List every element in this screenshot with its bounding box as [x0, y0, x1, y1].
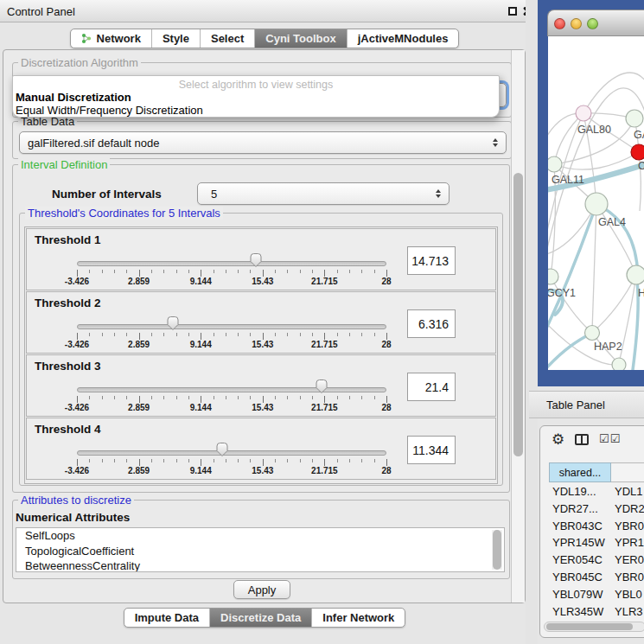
threshold-slider[interactable]: -3.4262.8599.14415.4321.71528	[77, 229, 386, 291]
node-gal80[interactable]	[576, 105, 591, 121]
slider-tick	[386, 333, 387, 340]
slider-tick	[324, 396, 325, 403]
slider-scale-label: 15.43	[252, 340, 273, 349]
threshold-slider[interactable]: -3.4262.8599.14415.4321.71528	[77, 355, 386, 418]
slider-tick	[188, 333, 189, 336]
split-columns-icon[interactable]	[575, 434, 589, 445]
node-gcy1[interactable]	[548, 269, 558, 284]
slider-thumb[interactable]	[249, 252, 262, 271]
number-of-intervals-combobox[interactable]: 5	[197, 182, 450, 205]
column-header-name[interactable]: na	[611, 462, 644, 482]
dropdown-item-manual-discretization[interactable]: Manual Discretization	[16, 91, 131, 104]
table-row[interactable]: YDR27...YDR2	[540, 501, 644, 518]
tab-jactivemnodules[interactable]: jActiveMNodules	[347, 29, 459, 48]
slider-track[interactable]	[77, 261, 386, 266]
node-gal11[interactable]	[548, 156, 562, 172]
table-header-row: shared... na	[540, 462, 644, 482]
tab-infer-network[interactable]: Infer Network	[311, 609, 405, 627]
tab-style[interactable]: Style	[151, 29, 200, 48]
tab-label: Cyni Toolbox	[265, 29, 335, 48]
table-row[interactable]: YPR145WYPR1	[540, 534, 644, 552]
threshold-value-field[interactable]: 21.4	[407, 373, 456, 401]
node-label: H	[638, 287, 644, 299]
threshold-value-field[interactable]: 11.344	[407, 436, 456, 464]
table-row[interactable]: YBL079WYBL0	[540, 586, 644, 603]
slider-tick	[102, 396, 103, 399]
slider-tick	[126, 396, 127, 399]
slider-scale-label: 2.859	[128, 277, 150, 286]
column-header-shared[interactable]: shared...	[549, 462, 611, 482]
minimize-traffic-light[interactable]	[571, 18, 582, 29]
slider-tick	[263, 396, 264, 403]
list-item[interactable]: SelfLoops	[16, 528, 504, 544]
table-row[interactable]: YBR045CYBR0	[540, 569, 644, 586]
slider-tick	[126, 333, 127, 336]
network-canvas[interactable]: GAL80 GA C GAL11 GAL4 GCY1 H HAP2	[548, 36, 644, 370]
slider-scale-label: 21.715	[311, 403, 338, 412]
node-partial[interactable]	[612, 358, 626, 370]
slider-scale-label: 21.715	[311, 277, 338, 286]
slider-tick	[287, 396, 288, 399]
checkbox-icons[interactable]: ☑☑	[599, 432, 621, 445]
tab-cyni-toolbox[interactable]: Cyni Toolbox	[254, 29, 346, 48]
slider-tick	[188, 459, 189, 462]
cell-shared-name: YER054C	[552, 553, 611, 566]
network-window-titlebar[interactable]	[547, 10, 644, 36]
slider-tick	[300, 333, 301, 336]
table-row[interactable]: YER054CYER0	[540, 552, 644, 569]
node-red[interactable]	[631, 144, 644, 160]
node-hap2[interactable]	[585, 326, 600, 341]
slider-tick	[126, 270, 127, 273]
slider-tick	[201, 396, 201, 403]
slider-scale-label: -3.426	[65, 340, 89, 349]
slider-tick	[263, 333, 264, 340]
tab-impute-data[interactable]: Impute Data	[124, 609, 209, 627]
zoom-traffic-light[interactable]	[587, 18, 598, 29]
slider-tick	[163, 459, 164, 462]
threshold-slider[interactable]: -3.4262.8599.14415.4321.71528	[77, 418, 386, 481]
slider-scale-label: 21.715	[311, 466, 338, 475]
table-row[interactable]: YDL19...YDL1	[540, 483, 644, 501]
dropdown-item-equal-width[interactable]: Equal Width/Frequency Discretization	[16, 104, 203, 117]
list-scrollbar[interactable]	[492, 530, 502, 570]
apply-button[interactable]: Apply	[233, 580, 290, 599]
slider-scale-label: 9.144	[190, 277, 212, 286]
table-data-combobox[interactable]: galFiltered.sif default node	[19, 131, 507, 154]
threshold-row: Threshold 2 -3.4262.8599.14415.4321.7152…	[26, 291, 496, 354]
slider-track[interactable]	[77, 387, 386, 392]
node-gal4[interactable]	[585, 193, 608, 215]
list-item[interactable]: TopologicalCoefficient	[16, 544, 504, 559]
slider-tick	[102, 270, 103, 273]
table-row[interactable]: YBR043CYBR0	[540, 518, 644, 535]
close-traffic-light[interactable]	[554, 18, 565, 29]
gear-icon[interactable]: ⚙	[552, 431, 564, 449]
scrollbar-thumb[interactable]	[513, 173, 523, 456]
threshold-value-field[interactable]: 14.713	[407, 246, 456, 275]
slider-track[interactable]	[77, 324, 386, 329]
threshold-slider[interactable]: -3.4262.8599.14415.4321.71528	[77, 292, 386, 354]
threshold-value-field[interactable]: 6.316	[407, 309, 456, 338]
slider-tick	[114, 270, 115, 273]
horizontal-scrollbar[interactable]	[544, 622, 644, 632]
threshold-row: Threshold 3 -3.4262.8599.14415.4321.7152…	[26, 354, 496, 417]
slider-scale-label: 28	[381, 277, 391, 286]
node-ga[interactable]	[626, 110, 643, 127]
cell-name: YBR0	[615, 520, 644, 532]
node-h[interactable]	[627, 265, 644, 284]
list-item[interactable]: BetweennessCentrality	[16, 558, 504, 572]
scrollbar-thumb[interactable]	[546, 623, 633, 630]
slider-tick	[114, 396, 115, 399]
slider-scale-label: 15.43	[252, 277, 273, 286]
float-window-icon[interactable]	[508, 7, 517, 16]
panel-scrollbar[interactable]	[511, 50, 525, 603]
tab-network[interactable]: Network	[71, 29, 151, 48]
slider-thumb[interactable]	[166, 316, 179, 335]
tab-select[interactable]: Select	[200, 29, 254, 48]
slider-track[interactable]	[77, 450, 386, 456]
tab-discretize-data[interactable]: Discretize Data	[209, 609, 311, 627]
slider-thumb[interactable]	[315, 379, 328, 398]
slider-tick	[126, 459, 127, 462]
table-row[interactable]: YLR345WYLR3	[540, 603, 644, 620]
cell-name: YDR2	[615, 502, 644, 515]
slider-thumb[interactable]	[216, 442, 229, 461]
